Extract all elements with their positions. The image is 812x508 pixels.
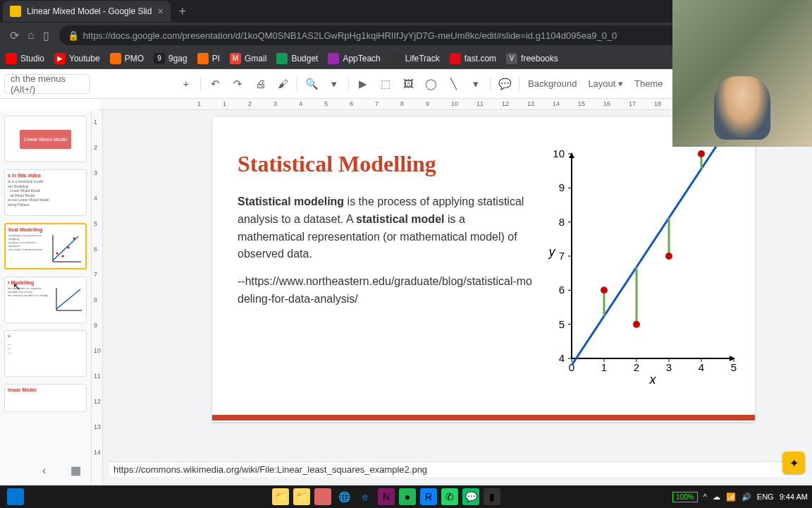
theme-button[interactable]: Theme — [629, 78, 668, 89]
bookmark-lifetrack[interactable]: LifeTrack — [390, 53, 440, 64]
speaker-notes[interactable]: https://commons.wikimedia.org/wiki/File:… — [109, 461, 805, 477]
browser-tab[interactable]: Linear Mixed Model - Google Slid × — [3, 1, 171, 22]
svg-point-49 — [665, 253, 672, 260]
new-tab-button[interactable]: + — [179, 4, 187, 19]
slide-thumb-4[interactable]: r Modelling the dependent or response va… — [4, 277, 87, 323]
svg-text:7: 7 — [559, 250, 565, 262]
undo-button[interactable]: ↶ — [205, 74, 225, 94]
tray-cloud-icon[interactable]: ☁ — [713, 492, 720, 502]
svg-line-42 — [572, 147, 734, 365]
line-dropdown[interactable]: ▾ — [466, 74, 486, 94]
taskbar-app2-icon[interactable]: R — [420, 488, 437, 505]
svg-point-3 — [56, 253, 59, 255]
svg-point-5 — [68, 247, 70, 249]
svg-text:4: 4 — [699, 361, 704, 373]
bookmark-icon[interactable]: ▯ — [43, 29, 49, 42]
background-button[interactable]: Background — [522, 78, 582, 89]
zoom-dropdown[interactable]: ▾ — [324, 74, 344, 94]
bookmark-9gag[interactable]: 99gag — [154, 53, 187, 64]
svg-text:3: 3 — [666, 361, 672, 373]
slide-footer-bar — [212, 415, 755, 421]
shape-tool[interactable]: ◯ — [421, 74, 441, 94]
taskbar-folder-icon[interactable]: 📁 — [293, 488, 310, 505]
new-slide-button[interactable]: + — [176, 74, 196, 94]
start-button[interactable] — [7, 488, 24, 505]
regression-chart: 01234545678910xy — [543, 147, 741, 387]
tray-lang[interactable]: ENG — [757, 492, 774, 501]
zoom-button[interactable]: 🔍 — [302, 74, 321, 94]
grid-view-button[interactable]: ▦ — [70, 464, 81, 477]
redo-button[interactable]: ↷ — [228, 74, 247, 94]
slides-favicon — [10, 6, 21, 17]
battery-indicator[interactable]: 100% — [672, 492, 698, 502]
tray-time[interactable]: 9:44 AM — [780, 492, 808, 501]
comment-button[interactable]: 💬 — [495, 74, 515, 94]
layout-button[interactable]: Layout ▾ — [582, 78, 629, 89]
close-tab-icon[interactable]: × — [157, 6, 163, 17]
bookmark-budget[interactable]: Budget — [276, 53, 318, 64]
svg-point-4 — [62, 255, 64, 258]
tray-wifi-icon[interactable]: 📶 — [726, 492, 736, 502]
taskbar-whatsapp-icon[interactable]: ✆ — [441, 488, 458, 505]
image-tool[interactable]: 🖼 — [398, 74, 418, 94]
tab-title: Linear Mixed Model - Google Slid — [27, 6, 152, 16]
svg-text:10: 10 — [553, 147, 565, 159]
taskbar-chrome-icon[interactable]: 🌐 — [336, 488, 352, 505]
svg-text:5: 5 — [559, 318, 565, 330]
slide-thumb-6[interactable]: linear Model — [4, 384, 87, 412]
print-button[interactable]: 🖨 — [250, 74, 270, 94]
taskbar-spotify-icon[interactable]: ● — [399, 488, 416, 505]
slide-body[interactable]: Statistical modeling is the process of a… — [238, 193, 534, 308]
bookmark-fastcom[interactable]: fast.com — [450, 53, 496, 64]
paint-format-button[interactable]: 🖌 — [273, 74, 293, 94]
webcam-overlay — [672, 0, 812, 147]
svg-point-50 — [698, 150, 705, 157]
explore-button[interactable]: ✦ — [782, 452, 805, 474]
vertical-ruler: 1234567891011121314 — [92, 110, 103, 488]
line-tool[interactable]: ╲ — [443, 74, 463, 94]
slide-thumb-1[interactable]: Linear Mixed Model — [4, 116, 87, 162]
taskbar-explorer-icon[interactable]: 📁 — [272, 488, 289, 505]
svg-text:y: y — [548, 245, 556, 259]
bookmark-youtube[interactable]: ▶Youtube — [54, 53, 100, 64]
svg-line-9 — [56, 289, 80, 309]
slide-thumb-2[interactable]: s in this video at is a statistical mode… — [4, 169, 87, 216]
tray-chevron-icon[interactable]: ^ — [703, 492, 707, 501]
canvas[interactable]: Statistical Modelling Statistical modeli… — [103, 110, 812, 488]
svg-text:4: 4 — [559, 352, 565, 364]
bookmark-studio[interactable]: Studio — [6, 53, 44, 64]
tray-volume-icon[interactable]: 🔊 — [742, 492, 751, 502]
slide-thumb-5[interactable]: le——— — [4, 330, 87, 377]
svg-text:1: 1 — [601, 361, 607, 373]
textbox-tool[interactable]: ⬚ — [376, 74, 395, 94]
taskbar-app-icon[interactable] — [314, 488, 331, 505]
thumb-chart-icon — [47, 234, 82, 265]
bookmark-pi[interactable]: PI — [197, 53, 220, 64]
bookmark-appteach[interactable]: AppTeach — [328, 53, 380, 64]
windows-taskbar: 📁 📁 🌐 e N ● R ✆ 💬 ▮ 100% ^ ☁ 📶 🔊 ENG 9:4… — [0, 485, 812, 508]
svg-text:x: x — [649, 373, 657, 387]
svg-point-6 — [73, 238, 75, 240]
filmstrip[interactable]: Linear Mixed Model s in this video at is… — [0, 110, 92, 488]
taskbar-edge-icon[interactable]: e — [357, 488, 374, 505]
svg-point-47 — [601, 286, 608, 294]
taskbar-terminal-icon[interactable]: ▮ — [484, 488, 500, 505]
taskbar-wechat-icon[interactable]: 💬 — [462, 488, 479, 505]
select-tool[interactable]: ▶ — [353, 74, 373, 94]
home-icon[interactable]: ⌂ — [27, 29, 35, 42]
svg-line-2 — [53, 236, 78, 260]
taskbar-onenote-icon[interactable]: N — [378, 488, 395, 505]
svg-marker-12 — [569, 152, 574, 158]
bookmark-gmail[interactable]: MGmail — [230, 53, 266, 64]
slide[interactable]: Statistical Modelling Statistical modeli… — [212, 117, 755, 422]
bookmark-pmo[interactable]: PMO — [110, 53, 144, 64]
slide-title[interactable]: Statistical Modelling — [238, 151, 436, 177]
slide-thumb-3[interactable]: tical Modelling modeling is the process … — [4, 223, 87, 270]
slide-citation: --https://www.northeastern.edu/graduate/… — [238, 273, 534, 308]
svg-text:5: 5 — [731, 361, 737, 373]
filmstrip-toggle[interactable]: ‹ — [42, 464, 46, 477]
main-area: Linear Mixed Model s in this video at is… — [0, 110, 812, 488]
reload-icon[interactable]: ⟳ — [10, 29, 19, 42]
search-menus-input[interactable]: ch the menus (Alt+/) — [4, 74, 90, 94]
bookmark-freebooks[interactable]: Vfreebooks — [506, 53, 558, 64]
